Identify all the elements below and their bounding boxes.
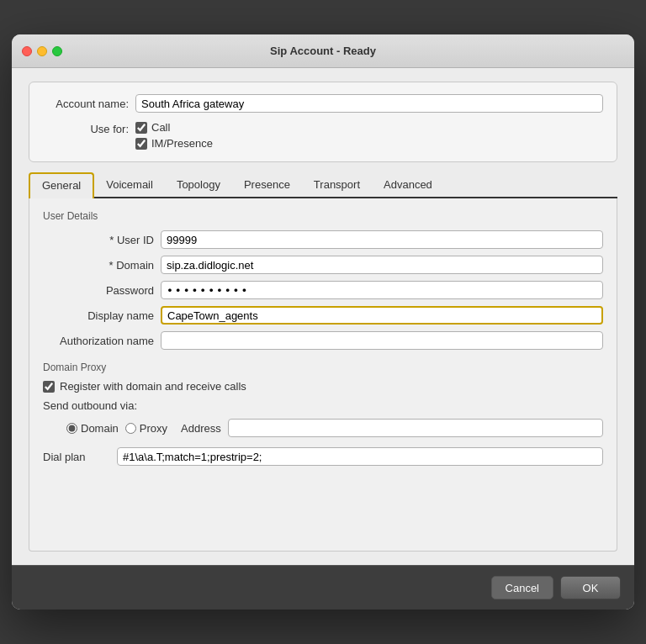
main-window: Sip Account - Ready Account name: Use fo… (12, 34, 634, 610)
account-name-row: Account name: (43, 94, 603, 113)
dial-plan-row: Dial plan (43, 447, 603, 466)
domain-proxy-label: Domain Proxy (43, 362, 603, 373)
domain-option-label: Domain (81, 422, 119, 435)
user-id-label: * User ID (43, 234, 161, 246)
proxy-option-label: Proxy (140, 422, 167, 435)
tabs: General Voicemail Topology Presence Tran… (29, 172, 617, 198)
domain-input[interactable] (161, 256, 603, 274)
domain-label: * Domain (43, 259, 161, 272)
proxy-radio-option[interactable]: Proxy (125, 422, 167, 435)
call-label: Call (151, 121, 170, 134)
im-presence-checkbox-row[interactable]: IM/Presence (135, 137, 213, 150)
im-presence-checkbox[interactable] (135, 138, 147, 150)
register-row: Register with domain and receive calls (43, 380, 603, 393)
display-name-input[interactable] (161, 306, 603, 325)
use-for-label: Use for: (43, 121, 135, 135)
register-label: Register with domain and receive calls (60, 380, 246, 393)
im-presence-label: IM/Presence (151, 137, 213, 150)
tab-topology[interactable]: Topology (165, 172, 232, 197)
dial-plan-label: Dial plan (43, 451, 110, 463)
auth-name-label: Authorization name (43, 335, 161, 347)
password-label: Password (43, 284, 161, 297)
tab-general[interactable]: General (29, 172, 94, 198)
content-area: Account name: Use for: Call IM/Presence (12, 68, 634, 565)
footer: Cancel OK (12, 565, 634, 610)
domain-radio-option[interactable]: Domain (66, 422, 119, 435)
tab-panel-general: User Details * User ID * Domain Password… (29, 198, 617, 552)
domain-radio[interactable] (66, 423, 77, 434)
register-checkbox[interactable] (43, 381, 55, 393)
outbound-label-row: Send outbound via: (43, 399, 603, 412)
traffic-lights (22, 46, 62, 56)
call-checkbox-row[interactable]: Call (135, 121, 213, 134)
auth-name-row: Authorization name (43, 331, 603, 350)
account-section: Account name: Use for: Call IM/Presence (29, 82, 617, 162)
checkboxes: Call IM/Presence (135, 121, 213, 150)
domain-proxy-section: Domain Proxy Register with domain and re… (43, 362, 603, 437)
password-input[interactable] (161, 281, 603, 299)
tab-voicemail[interactable]: Voicemail (94, 172, 165, 197)
proxy-radio[interactable] (125, 423, 136, 434)
password-row: Password (43, 281, 603, 299)
outbound-options-row: Domain Proxy Address (43, 419, 603, 437)
tab-presence[interactable]: Presence (232, 172, 302, 197)
user-id-row: * User ID (43, 230, 603, 249)
address-label: Address (181, 422, 221, 435)
dial-plan-input[interactable] (117, 447, 603, 466)
account-name-label: Account name: (43, 98, 135, 110)
display-name-row: Display name (43, 306, 603, 325)
cancel-button[interactable]: Cancel (491, 576, 553, 599)
auth-name-input[interactable] (161, 331, 603, 350)
address-input[interactable] (228, 419, 603, 437)
minimize-button[interactable] (37, 46, 47, 56)
use-for-row: Use for: Call IM/Presence (43, 121, 603, 150)
display-name-label: Display name (43, 309, 161, 322)
domain-row: * Domain (43, 256, 603, 274)
maximize-button[interactable] (52, 46, 62, 56)
window-title: Sip Account - Ready (270, 45, 376, 57)
send-outbound-label: Send outbound via: (43, 399, 137, 412)
tab-transport[interactable]: Transport (302, 172, 372, 197)
user-id-input[interactable] (161, 230, 603, 249)
account-name-input[interactable] (135, 94, 603, 113)
titlebar: Sip Account - Ready (12, 34, 634, 68)
ok-button[interactable]: OK (560, 576, 621, 599)
user-details-label: User Details (43, 210, 603, 222)
close-button[interactable] (22, 46, 32, 56)
call-checkbox[interactable] (135, 122, 147, 134)
tab-advanced[interactable]: Advanced (372, 172, 444, 197)
